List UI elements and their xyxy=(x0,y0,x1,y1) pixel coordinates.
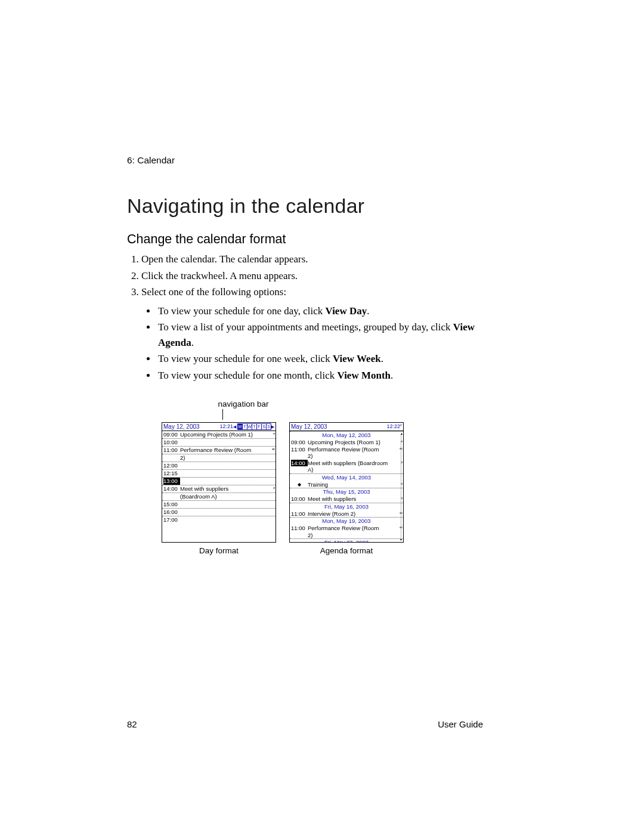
option-view-agenda: To view a list of your appointments and … xyxy=(157,320,483,350)
agenda-row: 09:00Upcoming Projects (Room 1)ᵃ xyxy=(290,439,403,446)
option-view-month: To view your schedule for one month, cli… xyxy=(157,368,483,383)
figures: navigation bar May 12, 2003 12:21 ◀ MTWT… xyxy=(127,400,483,555)
agenda-row: ◆Trainingᵃ xyxy=(290,481,403,488)
steps-list: Open the calendar. The calendar appears.… xyxy=(127,252,483,383)
day-row: 12:00 xyxy=(162,462,275,469)
agenda-date-header: Fri, May 23, 2003 xyxy=(290,538,403,543)
agenda-date: May 12, 2003 xyxy=(291,423,327,431)
day-row: (Boardroom A) xyxy=(162,493,275,500)
scroll-down-icon: ▾ xyxy=(400,537,402,541)
agenda-format-figure: May 12, 2003 12:22ᴾ Mon, May 12, 200309:… xyxy=(289,422,404,555)
options-list: To view your schedule for one day, click… xyxy=(141,304,483,383)
agenda-screen-header: May 12, 2003 12:22ᴾ xyxy=(290,423,403,431)
agenda-row: 14:00Meet with suppliers (Boardroomᵃ xyxy=(290,460,403,467)
day-rows: 09:00Upcoming Projects (Room 1)ᵃ10:0011:… xyxy=(162,431,275,524)
agenda-row: 11:00Performance Review (Roomᵃᵉ xyxy=(290,525,403,532)
day-row: 14:00Meet with suppliersᵃ xyxy=(162,485,275,493)
page-number: 82 xyxy=(127,719,137,729)
agenda-rows: Mon, May 12, 200309:00Upcoming Projects … xyxy=(290,431,403,543)
day-clock: 12:21 xyxy=(219,423,233,431)
day-screen-header: May 12, 2003 12:21 ◀ MTWTFSS ▶ xyxy=(162,423,275,431)
navbar-cell: M xyxy=(238,424,243,429)
step-1: Open the calendar. The calendar appears. xyxy=(141,252,483,267)
day-row: 10:00 xyxy=(162,438,275,446)
day-row: 13:00 xyxy=(162,477,275,485)
agenda-screen: May 12, 2003 12:22ᴾ Mon, May 12, 200309:… xyxy=(289,422,404,543)
agenda-date-header: Thu, May 15, 2003 xyxy=(290,488,403,496)
day-format-figure: May 12, 2003 12:21 ◀ MTWTFSS ▶ 09:00Upco… xyxy=(162,422,276,555)
heading-h2: Change the calendar format xyxy=(127,232,483,247)
agenda-row: 11:00Performance Review (Roomᵃᵉ xyxy=(290,446,403,453)
agenda-date-header: Mon, May 19, 2003 xyxy=(290,517,403,525)
day-row: 11:00Performance Review (Roomᵃᵉ xyxy=(162,446,275,454)
agenda-row: A) xyxy=(290,466,403,473)
navbar-cell: T xyxy=(243,424,247,429)
page-footer: 82 User Guide xyxy=(127,719,483,729)
day-date: May 12, 2003 xyxy=(163,423,200,431)
scrollbar: ▴ ▾ xyxy=(400,431,402,541)
agenda-date-header: Mon, May 12, 2003 xyxy=(290,431,403,439)
option-view-week: To view your schedule for one week, clic… xyxy=(157,351,483,367)
step-3: Select one of the following options: To … xyxy=(141,284,483,383)
step-2: Click the trackwheel. A menu appears. xyxy=(141,268,483,284)
day-screen: May 12, 2003 12:21 ◀ MTWTFSS ▶ 09:00Upco… xyxy=(162,422,276,543)
guide-label: User Guide xyxy=(438,719,483,729)
option-view-day: To view your schedule for one day, click… xyxy=(157,304,483,319)
navigation-bar: MTWTFSS xyxy=(237,423,271,430)
nav-left-icon: ◀ xyxy=(233,423,236,431)
day-caption: Day format xyxy=(162,546,276,555)
heading-h1: Navigating in the calendar xyxy=(127,194,483,218)
day-row: 15:00 xyxy=(162,500,275,508)
navbar-cell: T xyxy=(252,424,257,429)
chapter-crumb: 6: Calendar xyxy=(127,155,483,166)
navbar-callout-label: navigation bar xyxy=(187,400,300,408)
agenda-clock: 12:22ᴾ xyxy=(386,423,402,431)
agenda-caption: Agenda format xyxy=(289,546,404,555)
navbar-cell: S xyxy=(267,424,271,429)
nav-right-icon: ▶ xyxy=(271,423,274,431)
day-row: 17:00 xyxy=(162,516,275,524)
navbar-cell: F xyxy=(257,424,262,429)
agenda-date-header: Fri, May 16, 2003 xyxy=(290,503,403,510)
agenda-row: 11:00Interview (Room 2)ᵃᵉ xyxy=(290,510,403,518)
step-3-text: Select one of the following options: xyxy=(141,286,286,298)
agenda-row: 10:00Meet with suppliersᵃ xyxy=(290,496,403,503)
day-row: 09:00Upcoming Projects (Room 1)ᵃ xyxy=(162,431,275,438)
document-page: 6: Calendar Navigating in the calendar C… xyxy=(0,0,644,833)
navbar-callout-line xyxy=(222,409,223,420)
agenda-date-header: Wed, May 14, 2003 xyxy=(290,473,403,481)
navbar-cell: W xyxy=(247,424,252,429)
navbar-cell: S xyxy=(262,424,267,429)
day-row: 12:15 xyxy=(162,469,275,477)
agenda-row: 2) xyxy=(290,453,403,460)
agenda-row: 2) xyxy=(290,532,403,539)
day-row: 16:00 xyxy=(162,508,275,516)
day-row: 2) xyxy=(162,454,275,462)
